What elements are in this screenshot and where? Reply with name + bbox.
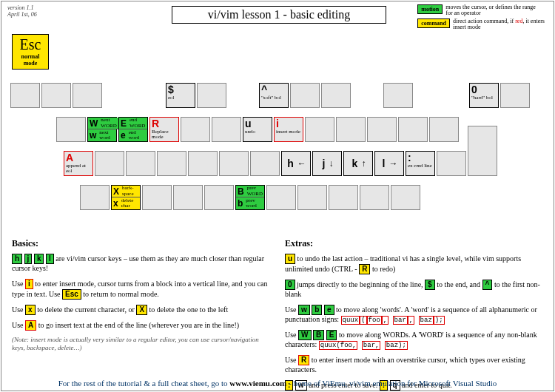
- key-blank: [383, 83, 413, 108]
- key-w: Wnext WORD wnext word: [87, 117, 117, 142]
- key-blank: [250, 151, 280, 176]
- basics-column: Basics: h j k l are vi/vim cursor keys –…: [12, 238, 270, 392]
- key-x: Xback- space xdelete char: [111, 185, 141, 210]
- key-blank: [56, 117, 86, 142]
- key-blank: [73, 83, 102, 108]
- key-blank: [95, 151, 124, 176]
- key-b: Bprev WORD bprev word: [235, 185, 265, 210]
- esc-key: Esc normal mode: [12, 34, 49, 70]
- key-blank: [360, 185, 389, 210]
- key-A: Aappend at eol: [64, 151, 93, 176]
- key-blank: [321, 83, 351, 108]
- title: vi/vim lesson 1 - basic editing: [172, 6, 386, 24]
- key-blank: [297, 185, 327, 210]
- extras-heading: Extras:: [285, 238, 543, 249]
- key-blank: [212, 117, 241, 142]
- key-blank: [157, 151, 186, 176]
- key-colon: :ex cmd line: [406, 151, 435, 176]
- legend-command-desc: direct action command, if red, it enters…: [453, 18, 549, 31]
- legend-command-key: command: [417, 18, 450, 28]
- key-blank: [500, 83, 530, 108]
- key-blank: [219, 151, 249, 176]
- key-zero: 0"hard" bol: [469, 83, 499, 108]
- key-blank: [305, 117, 334, 142]
- footer: For the rest of the tutorial & a full ch…: [1, 379, 554, 388]
- key-l: l→: [374, 151, 404, 176]
- key-caret: ^"soft" bol: [259, 83, 289, 108]
- key-blank: [204, 185, 234, 210]
- key-k: k↑: [343, 151, 373, 176]
- key-j: j↓: [312, 151, 342, 176]
- key-blank: [429, 117, 459, 142]
- key-blank: [126, 151, 155, 176]
- key-h: h←: [281, 151, 311, 176]
- key-R: RReplace mode: [149, 117, 179, 142]
- key-blank: [142, 185, 172, 210]
- date-label: April 1st, 06: [7, 11, 37, 18]
- key-blank: [329, 185, 358, 210]
- key-blank: [173, 185, 203, 210]
- key-blank: [197, 83, 226, 108]
- key-blank: [336, 117, 366, 142]
- key-blank: [398, 117, 428, 142]
- key-e: Eend WORD eend word: [118, 117, 148, 142]
- key-blank: [367, 117, 397, 142]
- legend: motion moves the cursor, or defines the …: [417, 4, 549, 33]
- version-label: version 1.1: [7, 4, 34, 11]
- basics-heading: Basics:: [12, 238, 270, 249]
- key-blank: [10, 83, 40, 108]
- text-columns: Basics: h j k l are vi/vim cursor keys –…: [12, 238, 543, 392]
- key-blank: [181, 117, 210, 142]
- key-u: uundo: [243, 117, 272, 142]
- key-blank: [266, 185, 296, 210]
- key-blank: [188, 151, 218, 176]
- key-blank: [80, 185, 110, 210]
- key-blank: [391, 185, 420, 210]
- key-blank: [290, 83, 320, 108]
- key-blank: [437, 151, 466, 176]
- page-frame: version 1.1 April 1st, 06 vi/vim lesson …: [1, 1, 554, 391]
- extras-column: Extras: u to undo the last action – trad…: [285, 238, 543, 392]
- key-blank: [41, 83, 71, 108]
- key-enter: [468, 126, 497, 176]
- key-dollar: $eol: [166, 83, 195, 108]
- key-i: iinsert mode: [274, 117, 303, 142]
- legend-motion-desc: moves the cursor, or defines the range f…: [445, 4, 542, 17]
- legend-motion-key: motion: [417, 4, 443, 14]
